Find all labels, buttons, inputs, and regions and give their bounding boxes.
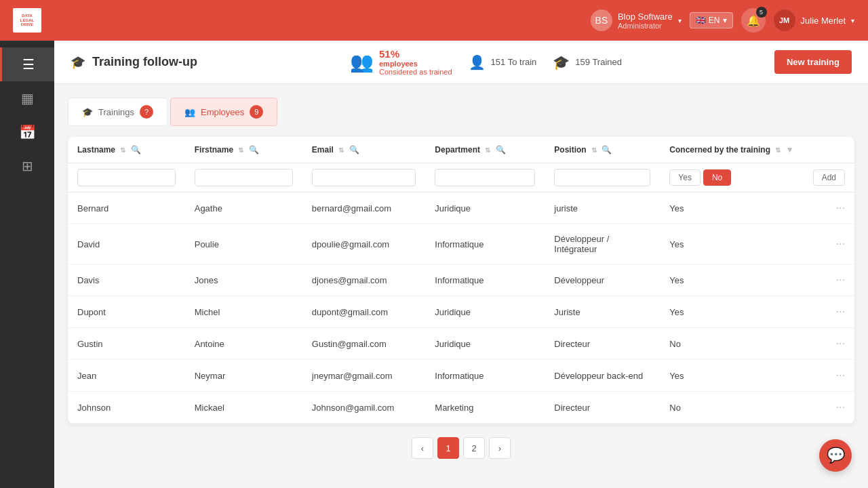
position-search-icon[interactable]: 🔍 xyxy=(601,145,612,155)
table-row: Johnson Mickael Johnson@gamil.com Market… xyxy=(68,392,854,424)
position-sort-icon[interactable]: ⇅ xyxy=(591,146,597,154)
top-header: BS Blop Software Administrator ▾ 🇬🇧 EN ▾… xyxy=(54,0,868,41)
company-info[interactable]: BS Blop Software Administrator ▾ xyxy=(591,9,682,31)
row-actions-button[interactable]: ··· xyxy=(804,264,854,296)
flag-icon: 🇬🇧 xyxy=(696,16,706,25)
cell-position: Développeur back-end xyxy=(545,360,660,392)
department-filter-input[interactable] xyxy=(435,169,535,186)
department-search-icon[interactable]: 🔍 xyxy=(496,145,506,155)
department-sort-icon[interactable]: ⇅ xyxy=(485,146,490,154)
main-area: BS Blop Software Administrator ▾ 🇬🇧 EN ▾… xyxy=(54,0,868,488)
cell-email: bernard@gmail.com xyxy=(302,192,425,224)
language-selector[interactable]: 🇬🇧 EN ▾ xyxy=(690,12,733,28)
user-avatar[interactable]: JM xyxy=(774,9,795,31)
cell-concerned: No xyxy=(660,328,803,360)
company-dropdown-icon[interactable]: ▾ xyxy=(678,17,682,24)
cell-concerned: Yes xyxy=(660,264,803,296)
position-filter-input[interactable] xyxy=(554,169,650,186)
user-menu[interactable]: JM Julie Merlet ▾ xyxy=(774,9,854,31)
to-train-count: 151 To train xyxy=(491,57,537,67)
notifications-badge: 5 xyxy=(756,7,767,18)
sidebar-item-list[interactable]: ☰ xyxy=(0,47,54,81)
col-firstname-label: Firstname xyxy=(195,145,233,155)
user-name[interactable]: Julie Merlet xyxy=(801,16,846,26)
lastname-filter-input[interactable] xyxy=(77,169,176,186)
col-position[interactable]: Position ⇅ 🔍 xyxy=(545,137,660,163)
trainings-tab-label: Trainings xyxy=(98,107,134,117)
table-row: Davis Jones djones@gmail.com Informatiqu… xyxy=(68,264,854,296)
pagination: ‹ 1 2 › xyxy=(68,424,854,472)
cell-concerned: No xyxy=(660,392,803,424)
page-1-button[interactable]: 1 xyxy=(437,437,459,459)
table-row: Jean Neymar jneymar@gmail.com Informatiq… xyxy=(68,360,854,392)
training-icon: 🎓 xyxy=(71,55,85,70)
email-sort-icon[interactable]: ⇅ xyxy=(338,146,344,154)
cell-position: Directeur xyxy=(545,392,660,424)
filter-concerned: Yes No xyxy=(660,163,803,192)
col-position-label: Position xyxy=(554,145,586,155)
firstname-filter-input[interactable] xyxy=(195,169,293,186)
add-button[interactable]: Add xyxy=(813,169,845,186)
firstname-sort-icon[interactable]: ⇅ xyxy=(238,146,243,154)
cell-firstname: Agathe xyxy=(185,192,302,224)
sidebar-item-grid[interactable]: ▦ xyxy=(0,81,54,115)
cell-firstname: Neymar xyxy=(185,360,302,392)
sidebar-item-table[interactable]: ⊞ xyxy=(0,149,54,183)
tab-trainings[interactable]: 🎓 Trainings ? xyxy=(68,98,167,126)
employees-tab-label: Employees xyxy=(201,107,244,117)
filter-yes-button[interactable]: Yes xyxy=(669,169,701,186)
row-actions-button[interactable]: ··· xyxy=(804,224,854,264)
email-filter-input[interactable] xyxy=(312,169,416,186)
user-dropdown-icon[interactable]: ▾ xyxy=(851,17,854,24)
cell-lastname: Dupont xyxy=(68,296,185,328)
table-row: Bernard Agathe bernard@gmail.com Juridiq… xyxy=(68,192,854,224)
cell-department: Marketing xyxy=(425,392,545,424)
firstname-search-icon[interactable]: 🔍 xyxy=(249,145,259,155)
filter-no-button[interactable]: No xyxy=(703,169,731,186)
row-actions-button[interactable]: ··· xyxy=(804,392,854,424)
filter-lastname xyxy=(68,163,185,192)
col-email[interactable]: Email ⇅ 🔍 xyxy=(302,137,425,163)
content-area: 🎓 Trainings ? 👥 Employees 9 Lastname ⇅ xyxy=(54,84,868,488)
cell-firstname: Jones xyxy=(185,264,302,296)
cell-firstname: Poulie xyxy=(185,224,302,264)
tab-employees[interactable]: 👥 Employees 9 xyxy=(170,98,277,126)
stat-trained: 🎓 159 Trained xyxy=(553,54,622,70)
cell-email: jneymar@gmail.com xyxy=(302,360,425,392)
stat-trained-percent: 👥 51% employees Considered as trained xyxy=(350,48,452,76)
percent-sub: Considered as trained xyxy=(379,68,452,76)
lastname-search-icon[interactable]: 🔍 xyxy=(131,145,141,155)
row-actions-button[interactable]: ··· xyxy=(804,296,854,328)
company-initials: BS xyxy=(595,15,608,26)
cell-email: Gustin@gmail.com xyxy=(302,328,425,360)
employees-table: Lastname ⇅ 🔍 Firstname ⇅ 🔍 Email ⇅ xyxy=(68,137,854,424)
col-department[interactable]: Department ⇅ 🔍 xyxy=(425,137,545,163)
app-logo[interactable]: DATALEGALDRIVE xyxy=(0,0,54,41)
lastname-sort-icon[interactable]: ⇅ xyxy=(120,146,125,154)
prev-page-button[interactable]: ‹ xyxy=(412,437,433,459)
email-search-icon[interactable]: 🔍 xyxy=(349,145,359,155)
trained-icon: 🎓 xyxy=(553,54,570,70)
cell-position: juriste xyxy=(545,192,660,224)
chat-icon: 💬 xyxy=(827,447,845,464)
cell-lastname: Davis xyxy=(68,264,185,296)
page-2-button[interactable]: 2 xyxy=(463,437,485,459)
chat-bubble[interactable]: 💬 xyxy=(819,439,852,472)
cell-concerned: Yes xyxy=(660,296,803,328)
concerned-filter-icon[interactable]: ▼ xyxy=(786,145,794,155)
sidebar-item-calendar[interactable]: 📅 xyxy=(0,115,54,149)
col-firstname[interactable]: Firstname ⇅ 🔍 xyxy=(185,137,302,163)
concerned-sort-icon[interactable]: ⇅ xyxy=(775,146,781,154)
row-actions-button[interactable]: ··· xyxy=(804,360,854,392)
col-concerned[interactable]: Concerned by the training ⇅ ▼ xyxy=(660,137,803,163)
notifications-button[interactable]: 🔔 5 xyxy=(741,8,766,33)
table-row: David Poulie dpoulie@gmail.com Informati… xyxy=(68,224,854,264)
col-lastname[interactable]: Lastname ⇅ 🔍 xyxy=(68,137,185,163)
page-header: 🎓 Training follow-up 👥 51% employees Con… xyxy=(54,41,868,84)
new-training-button[interactable]: New training xyxy=(774,50,852,74)
next-page-button[interactable]: › xyxy=(489,437,511,459)
sidebar-nav: ☰ ▦ 📅 ⊞ xyxy=(0,47,54,183)
row-actions-button[interactable]: ··· xyxy=(804,192,854,224)
row-actions-button[interactable]: ··· xyxy=(804,328,854,360)
sidebar: DATALEGALDRIVE ☰ ▦ 📅 ⊞ xyxy=(0,0,54,488)
